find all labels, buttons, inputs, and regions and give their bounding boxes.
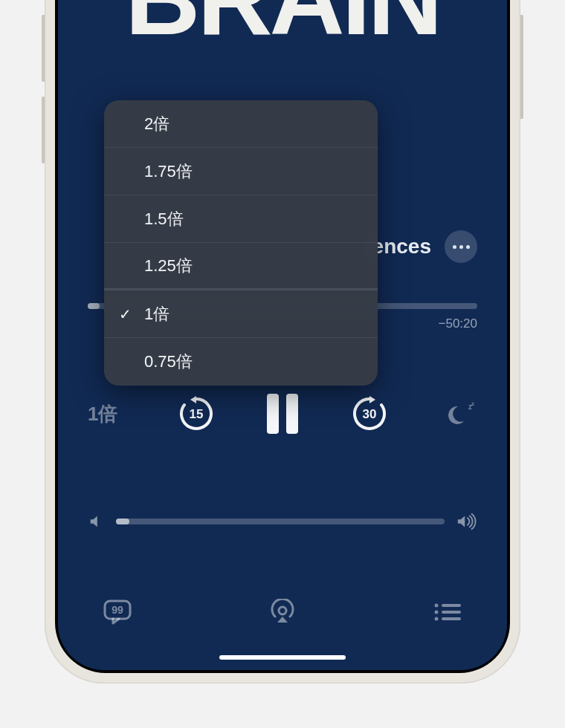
sleep-timer-button[interactable]: z z — [440, 399, 477, 429]
speed-option-2x[interactable]: 2倍 — [104, 100, 378, 148]
svg-text:z: z — [471, 400, 474, 407]
bottom-toolbar: 99 — [103, 599, 462, 628]
artwork-title: BRAIN — [125, 0, 439, 40]
queue-button[interactable] — [433, 601, 462, 626]
svg-text:99: 99 — [112, 604, 123, 616]
svg-point-11 — [435, 617, 439, 621]
list-icon — [433, 601, 462, 623]
volume-low-icon — [88, 513, 104, 530]
svg-text:30: 30 — [362, 407, 376, 421]
phone-bezel: BRAIN ences −50:20 1倍 — [55, 0, 510, 673]
chat-quote-icon: 99 — [103, 599, 132, 625]
speed-option-label: 1.5倍 — [144, 208, 184, 230]
phone-frame: BRAIN ences −50:20 1倍 — [45, 0, 520, 683]
skip-forward-button[interactable]: 30 — [350, 394, 389, 433]
speed-option-label: 1倍 — [144, 303, 170, 325]
volume-fill — [116, 519, 129, 524]
svg-rect-12 — [442, 617, 461, 620]
episode-title-row: ences — [372, 230, 477, 263]
screen: BRAIN ences −50:20 1倍 — [58, 0, 507, 670]
playback-controls: 1倍 15 30 — [88, 394, 477, 434]
svg-rect-8 — [442, 604, 461, 607]
volume-high-icon — [456, 513, 477, 530]
speed-option-1-75x[interactable]: 1.75倍 — [104, 148, 378, 195]
home-indicator[interactable] — [219, 655, 346, 660]
speed-menu: 2倍 1.75倍 1.5倍 1.25倍 ✓ 1倍 0.75倍 — [104, 100, 378, 386]
volume-up-button[interactable] — [42, 15, 45, 82]
speed-option-label: 2倍 — [144, 113, 170, 135]
svg-point-6 — [279, 607, 286, 614]
svg-point-9 — [435, 611, 439, 614]
airplay-button[interactable] — [268, 599, 297, 628]
pause-icon — [267, 394, 279, 434]
svg-point-7 — [435, 604, 439, 608]
svg-text:15: 15 — [189, 407, 203, 421]
transcript-button[interactable]: 99 — [103, 599, 132, 628]
pause-button[interactable] — [267, 394, 298, 434]
speed-option-label: 1.75倍 — [144, 160, 193, 183]
progress-fill — [88, 303, 100, 309]
skip-back-15-icon: 15 — [177, 394, 216, 433]
speed-option-label: 1.25倍 — [144, 255, 193, 277]
remaining-time: −50:20 — [439, 316, 477, 331]
speed-option-label: 0.75倍 — [144, 351, 193, 373]
speed-option-1x[interactable]: ✓ 1倍 — [104, 290, 378, 338]
speed-option-1-25x[interactable]: 1.25倍 — [104, 243, 378, 290]
more-button[interactable] — [445, 230, 477, 263]
power-button[interactable] — [520, 15, 523, 119]
skip-forward-30-icon: 30 — [350, 394, 389, 433]
volume-row — [88, 513, 477, 530]
moon-zz-icon: z z — [448, 399, 477, 429]
speed-button[interactable]: 1倍 — [88, 401, 125, 427]
checkmark-icon: ✓ — [119, 305, 132, 323]
airplay-icon — [268, 599, 297, 625]
speed-option-0-75x[interactable]: 0.75倍 — [104, 338, 378, 386]
skip-back-button[interactable]: 15 — [177, 394, 216, 433]
episode-title: ences — [372, 235, 431, 259]
volume-down-button[interactable] — [42, 97, 45, 163]
ellipsis-icon — [453, 245, 456, 249]
svg-rect-10 — [442, 611, 461, 614]
volume-slider[interactable] — [116, 519, 445, 524]
speed-option-1-5x[interactable]: 1.5倍 — [104, 195, 378, 243]
